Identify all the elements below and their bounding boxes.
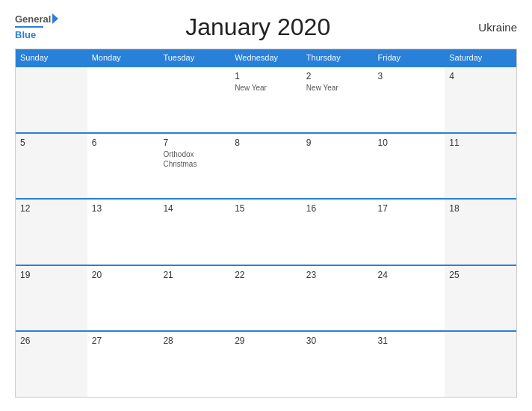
calendar-cell: 2New Year bbox=[302, 67, 374, 132]
calendar-cell: 4 bbox=[445, 67, 516, 132]
calendar-cell: 31 bbox=[374, 332, 445, 397]
day-number: 11 bbox=[449, 137, 512, 148]
calendar-cell: 5 bbox=[16, 134, 87, 199]
calendar-header-cell: Monday bbox=[87, 49, 159, 66]
logo-blue: Blue bbox=[15, 29, 36, 40]
calendar-cell: 6 bbox=[87, 134, 159, 199]
day-number: 14 bbox=[163, 203, 226, 214]
calendar-cell: 18 bbox=[445, 200, 516, 265]
logo-triangle-icon bbox=[52, 13, 58, 24]
day-number: 25 bbox=[449, 270, 512, 280]
calendar-cell: 9 bbox=[302, 134, 374, 199]
day-number: 7 bbox=[163, 137, 226, 148]
calendar-header-cell: Thursday bbox=[302, 49, 374, 66]
calendar-cell: 30 bbox=[302, 332, 374, 397]
calendar-cell: 26 bbox=[16, 332, 87, 397]
day-number: 13 bbox=[92, 203, 155, 214]
calendar-cell: 19 bbox=[16, 266, 87, 331]
calendar-cell bbox=[445, 332, 516, 397]
calendar-cell: 10 bbox=[374, 134, 445, 199]
calendar-cell: 3 bbox=[374, 67, 445, 132]
calendar-cell: 7Orthodox Christmas bbox=[158, 134, 230, 199]
calendar-cell: 17 bbox=[374, 200, 445, 265]
calendar-cell: 27 bbox=[87, 332, 159, 397]
day-number: 26 bbox=[20, 336, 83, 346]
header: General Blue January 2020 Ukraine bbox=[15, 13, 517, 41]
day-number: 20 bbox=[92, 270, 155, 280]
day-number: 24 bbox=[378, 270, 441, 280]
day-number: 5 bbox=[20, 137, 83, 148]
country-label: Ukraine bbox=[457, 21, 517, 34]
calendar-header-cell: Saturday bbox=[445, 49, 516, 66]
calendar-cell: 15 bbox=[230, 200, 302, 265]
calendar-cell bbox=[158, 67, 230, 132]
day-number: 30 bbox=[306, 336, 369, 346]
day-number: 19 bbox=[20, 270, 83, 280]
page: General Blue January 2020 Ukraine Sunday… bbox=[0, 0, 532, 411]
day-number: 23 bbox=[306, 270, 369, 280]
day-number: 21 bbox=[163, 270, 226, 280]
calendar-header-cell: Sunday bbox=[16, 49, 87, 66]
calendar-cell: 21 bbox=[158, 266, 230, 331]
day-number: 16 bbox=[306, 203, 369, 214]
day-number: 3 bbox=[378, 71, 441, 81]
day-number: 6 bbox=[92, 137, 155, 148]
day-number: 27 bbox=[92, 336, 155, 346]
calendar-cell: 1New Year bbox=[230, 67, 302, 132]
day-number: 17 bbox=[378, 203, 441, 214]
logo-general: General bbox=[15, 14, 51, 24]
day-number: 8 bbox=[235, 137, 297, 148]
calendar-header-cell: Wednesday bbox=[230, 49, 302, 66]
calendar-cell: 13 bbox=[87, 200, 159, 265]
day-number: 29 bbox=[235, 336, 297, 346]
day-number: 9 bbox=[306, 137, 369, 148]
logo-line bbox=[15, 26, 43, 28]
calendar-cell: 11 bbox=[445, 134, 516, 199]
calendar-week: 262728293031 bbox=[16, 330, 516, 397]
calendar-header-row: SundayMondayTuesdayWednesdayThursdayFrid… bbox=[16, 49, 516, 66]
calendar-body: 1New Year2New Year34567Orthodox Christma… bbox=[16, 66, 516, 397]
day-event: New Year bbox=[235, 83, 297, 93]
day-number: 15 bbox=[235, 203, 297, 214]
calendar-cell: 23 bbox=[302, 266, 374, 331]
day-number: 12 bbox=[20, 203, 83, 214]
calendar: SundayMondayTuesdayWednesdayThursdayFrid… bbox=[15, 49, 517, 398]
day-event: Orthodox Christmas bbox=[163, 149, 226, 169]
calendar-cell: 12 bbox=[16, 200, 87, 265]
logo: General Blue bbox=[15, 13, 58, 41]
calendar-header-cell: Tuesday bbox=[158, 49, 230, 66]
calendar-cell: 25 bbox=[445, 266, 516, 331]
calendar-week: 12131415161718 bbox=[16, 198, 516, 265]
calendar-week: 1New Year2New Year34 bbox=[16, 66, 516, 132]
day-number: 18 bbox=[449, 203, 512, 214]
day-number: 31 bbox=[378, 336, 441, 346]
calendar-cell: 24 bbox=[374, 266, 445, 331]
calendar-week: 19202122232425 bbox=[16, 265, 516, 331]
day-number: 28 bbox=[163, 336, 226, 346]
calendar-header-cell: Friday bbox=[374, 49, 445, 66]
page-title: January 2020 bbox=[58, 13, 457, 41]
day-number: 4 bbox=[449, 71, 512, 81]
day-number: 2 bbox=[306, 71, 369, 81]
day-number: 1 bbox=[235, 71, 297, 81]
calendar-cell: 29 bbox=[230, 332, 302, 397]
calendar-cell: 20 bbox=[87, 266, 159, 331]
calendar-cell: 16 bbox=[302, 200, 374, 265]
day-number: 22 bbox=[235, 270, 297, 280]
calendar-cell bbox=[87, 67, 159, 132]
day-event: New Year bbox=[306, 83, 369, 93]
calendar-cell: 28 bbox=[158, 332, 230, 397]
calendar-cell: 14 bbox=[158, 200, 230, 265]
calendar-cell: 22 bbox=[230, 266, 302, 331]
day-number: 10 bbox=[378, 137, 441, 148]
calendar-week: 567Orthodox Christmas891011 bbox=[16, 132, 516, 199]
calendar-cell: 8 bbox=[230, 134, 302, 199]
calendar-cell bbox=[16, 67, 87, 132]
